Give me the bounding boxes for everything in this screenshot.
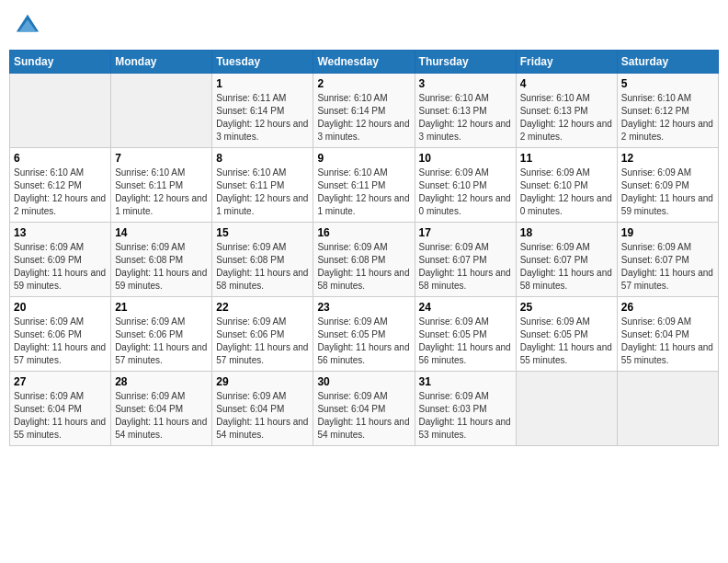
day-info: Sunrise: 6:11 AM Sunset: 6:14 PM Dayligh…: [216, 92, 309, 144]
day-info: Sunrise: 6:09 AM Sunset: 6:05 PM Dayligh…: [317, 316, 410, 367]
day-info: Sunrise: 6:09 AM Sunset: 6:07 PM Dayligh…: [621, 241, 714, 293]
page-header: [9, 9, 719, 42]
day-info: Sunrise: 6:09 AM Sunset: 6:10 PM Dayligh…: [419, 167, 512, 218]
calendar-cell: 29Sunrise: 6:09 AM Sunset: 6:04 PM Dayli…: [212, 372, 313, 446]
calendar-cell: 5Sunrise: 6:10 AM Sunset: 6:12 PM Daylig…: [617, 74, 718, 148]
weekday-header-row: SundayMondayTuesdayWednesdayThursdayFrid…: [10, 51, 719, 74]
day-info: Sunrise: 6:09 AM Sunset: 6:04 PM Dayligh…: [621, 316, 714, 367]
day-number: 20: [14, 301, 107, 314]
calendar-cell: 16Sunrise: 6:09 AM Sunset: 6:08 PM Dayli…: [313, 223, 415, 297]
calendar-cell: 15Sunrise: 6:09 AM Sunset: 6:08 PM Dayli…: [212, 223, 313, 297]
day-number: 5: [621, 77, 714, 90]
day-number: 14: [115, 226, 208, 239]
day-number: 10: [419, 152, 512, 165]
calendar-cell: 18Sunrise: 6:09 AM Sunset: 6:07 PM Dayli…: [516, 223, 617, 297]
calendar-cell: 26Sunrise: 6:09 AM Sunset: 6:04 PM Dayli…: [617, 297, 718, 372]
calendar-cell: 21Sunrise: 6:09 AM Sunset: 6:06 PM Dayli…: [111, 297, 212, 372]
day-info: Sunrise: 6:10 AM Sunset: 6:12 PM Dayligh…: [621, 92, 714, 144]
day-info: Sunrise: 6:09 AM Sunset: 6:05 PM Dayligh…: [520, 316, 613, 367]
day-info: Sunrise: 6:10 AM Sunset: 6:11 PM Dayligh…: [216, 167, 309, 218]
calendar-cell: [617, 372, 718, 446]
calendar-cell: 22Sunrise: 6:09 AM Sunset: 6:06 PM Dayli…: [212, 297, 313, 372]
calendar-cell: 20Sunrise: 6:09 AM Sunset: 6:06 PM Dayli…: [10, 297, 111, 372]
day-number: 25: [520, 301, 613, 314]
calendar-cell: 31Sunrise: 6:09 AM Sunset: 6:03 PM Dayli…: [415, 372, 516, 446]
day-number: 30: [317, 375, 410, 388]
calendar-cell: 12Sunrise: 6:09 AM Sunset: 6:09 PM Dayli…: [617, 148, 718, 223]
day-info: Sunrise: 6:09 AM Sunset: 6:08 PM Dayligh…: [216, 241, 309, 293]
calendar-cell: 4Sunrise: 6:10 AM Sunset: 6:13 PM Daylig…: [516, 74, 617, 148]
calendar-week-4: 20Sunrise: 6:09 AM Sunset: 6:06 PM Dayli…: [10, 297, 719, 372]
day-number: 24: [419, 301, 512, 314]
calendar-cell: 9Sunrise: 6:10 AM Sunset: 6:11 PM Daylig…: [313, 148, 415, 223]
day-info: Sunrise: 6:09 AM Sunset: 6:09 PM Dayligh…: [14, 241, 107, 293]
logo-icon: [15, 13, 40, 39]
calendar-cell: 6Sunrise: 6:10 AM Sunset: 6:12 PM Daylig…: [10, 148, 111, 223]
day-number: 4: [520, 77, 613, 90]
calendar-cell: 10Sunrise: 6:09 AM Sunset: 6:10 PM Dayli…: [415, 148, 516, 223]
calendar-table: SundayMondayTuesdayWednesdayThursdayFrid…: [9, 50, 719, 446]
weekday-header-monday: Monday: [111, 51, 212, 74]
calendar-cell: 17Sunrise: 6:09 AM Sunset: 6:07 PM Dayli…: [415, 223, 516, 297]
day-info: Sunrise: 6:09 AM Sunset: 6:04 PM Dayligh…: [317, 390, 410, 442]
day-info: Sunrise: 6:10 AM Sunset: 6:12 PM Dayligh…: [14, 167, 107, 218]
calendar-cell: 1Sunrise: 6:11 AM Sunset: 6:14 PM Daylig…: [212, 74, 313, 148]
day-info: Sunrise: 6:10 AM Sunset: 6:11 PM Dayligh…: [115, 167, 208, 218]
calendar-cell: 13Sunrise: 6:09 AM Sunset: 6:09 PM Dayli…: [10, 223, 111, 297]
calendar-cell: [111, 74, 212, 148]
day-number: 22: [216, 301, 309, 314]
day-info: Sunrise: 6:10 AM Sunset: 6:13 PM Dayligh…: [419, 92, 512, 144]
calendar-cell: 11Sunrise: 6:09 AM Sunset: 6:10 PM Dayli…: [516, 148, 617, 223]
calendar-cell: 24Sunrise: 6:09 AM Sunset: 6:05 PM Dayli…: [415, 297, 516, 372]
day-number: 11: [520, 152, 613, 165]
day-number: 29: [216, 375, 309, 388]
calendar-cell: 25Sunrise: 6:09 AM Sunset: 6:05 PM Dayli…: [516, 297, 617, 372]
calendar-body: 1Sunrise: 6:11 AM Sunset: 6:14 PM Daylig…: [10, 74, 719, 446]
day-info: Sunrise: 6:09 AM Sunset: 6:07 PM Dayligh…: [520, 241, 613, 293]
day-number: 31: [419, 375, 512, 388]
calendar-week-1: 1Sunrise: 6:11 AM Sunset: 6:14 PM Daylig…: [10, 74, 719, 148]
calendar-cell: 28Sunrise: 6:09 AM Sunset: 6:04 PM Dayli…: [111, 372, 212, 446]
weekday-header-friday: Friday: [516, 51, 617, 74]
calendar-cell: 30Sunrise: 6:09 AM Sunset: 6:04 PM Dayli…: [313, 372, 415, 446]
day-info: Sunrise: 6:09 AM Sunset: 6:07 PM Dayligh…: [419, 241, 512, 293]
day-info: Sunrise: 6:09 AM Sunset: 6:05 PM Dayligh…: [419, 316, 512, 367]
day-number: 17: [419, 226, 512, 239]
day-info: Sunrise: 6:10 AM Sunset: 6:11 PM Dayligh…: [317, 167, 410, 218]
day-info: Sunrise: 6:09 AM Sunset: 6:09 PM Dayligh…: [621, 167, 714, 218]
day-info: Sunrise: 6:10 AM Sunset: 6:14 PM Dayligh…: [317, 92, 410, 144]
day-info: Sunrise: 6:09 AM Sunset: 6:10 PM Dayligh…: [520, 167, 613, 218]
calendar-cell: [516, 372, 617, 446]
day-number: 12: [621, 152, 714, 165]
day-number: 19: [621, 226, 714, 239]
day-info: Sunrise: 6:09 AM Sunset: 6:04 PM Dayligh…: [216, 390, 309, 442]
calendar-cell: 27Sunrise: 6:09 AM Sunset: 6:04 PM Dayli…: [10, 372, 111, 446]
day-info: Sunrise: 6:09 AM Sunset: 6:06 PM Dayligh…: [14, 316, 107, 367]
day-info: Sunrise: 6:09 AM Sunset: 6:04 PM Dayligh…: [115, 390, 208, 442]
weekday-header-saturday: Saturday: [617, 51, 718, 74]
weekday-header-sunday: Sunday: [10, 51, 111, 74]
calendar-cell: 7Sunrise: 6:10 AM Sunset: 6:11 PM Daylig…: [111, 148, 212, 223]
day-info: Sunrise: 6:09 AM Sunset: 6:03 PM Dayligh…: [419, 390, 512, 442]
day-number: 2: [317, 77, 410, 90]
calendar-cell: 2Sunrise: 6:10 AM Sunset: 6:14 PM Daylig…: [313, 74, 415, 148]
weekday-header-tuesday: Tuesday: [212, 51, 313, 74]
weekday-header-wednesday: Wednesday: [313, 51, 415, 74]
day-info: Sunrise: 6:09 AM Sunset: 6:08 PM Dayligh…: [115, 241, 208, 293]
day-number: 16: [317, 226, 410, 239]
calendar-cell: 8Sunrise: 6:10 AM Sunset: 6:11 PM Daylig…: [212, 148, 313, 223]
day-number: 18: [520, 226, 613, 239]
day-number: 13: [14, 226, 107, 239]
day-number: 1: [216, 77, 309, 90]
day-number: 6: [14, 152, 107, 165]
day-number: 27: [14, 375, 107, 388]
calendar-cell: 23Sunrise: 6:09 AM Sunset: 6:05 PM Dayli…: [313, 297, 415, 372]
calendar-header: SundayMondayTuesdayWednesdayThursdayFrid…: [10, 51, 719, 74]
weekday-header-thursday: Thursday: [415, 51, 516, 74]
day-number: 23: [317, 301, 410, 314]
day-number: 7: [115, 152, 208, 165]
day-info: Sunrise: 6:09 AM Sunset: 6:08 PM Dayligh…: [317, 241, 410, 293]
calendar-cell: 19Sunrise: 6:09 AM Sunset: 6:07 PM Dayli…: [617, 223, 718, 297]
calendar-cell: 14Sunrise: 6:09 AM Sunset: 6:08 PM Dayli…: [111, 223, 212, 297]
day-number: 9: [317, 152, 410, 165]
